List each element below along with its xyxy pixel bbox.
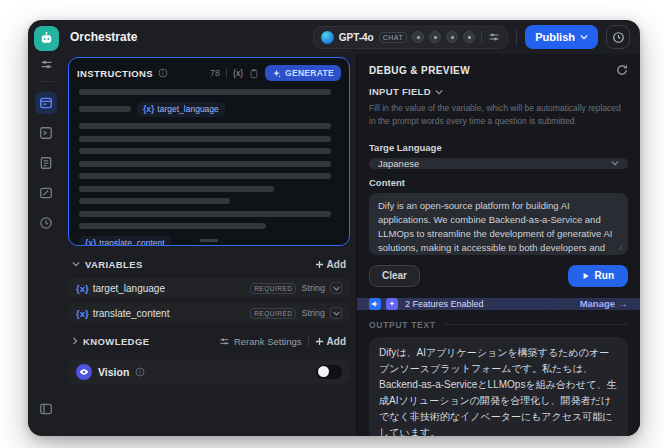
variable-name: target_language <box>157 104 218 114</box>
language-select-value: Japanese <box>378 158 419 169</box>
instructions-header: INSTRUCTIONS 78 {x} <box>69 58 349 86</box>
variable-chip-translate-content[interactable]: {x} translate_content <box>79 236 171 247</box>
redacted-line <box>79 106 131 112</box>
language-field-label: Targe Language <box>369 142 628 153</box>
model-selector[interactable]: GPT-4o CHAT <box>313 26 509 49</box>
knowledge-title: KNOWLEDGE <box>83 336 149 347</box>
content-textarea[interactable]: Dify is an open-source platform for buil… <box>369 193 628 255</box>
version-history-button[interactable] <box>606 25 630 49</box>
variable-row-target-language[interactable]: {x} target_language REQUIRED String <box>68 278 350 298</box>
sparkle-icon <box>272 69 281 78</box>
top-bar: Orchestrate GPT-4o CHAT Publish <box>64 20 640 54</box>
add-label: Add <box>327 259 346 270</box>
redacted-line <box>79 223 266 229</box>
chevron-down-icon <box>580 34 588 40</box>
required-badge: REQUIRED <box>250 283 296 294</box>
input-field-description: Fill in the value of the variable, which… <box>369 102 628 128</box>
model-parameters-tune-icon[interactable] <box>488 31 500 43</box>
plus-icon <box>315 337 324 346</box>
variable-type-dropdown-icon[interactable] <box>330 282 342 294</box>
insert-variable-button[interactable]: {x} <box>233 68 243 78</box>
generate-button[interactable]: GENERATE <box>265 65 341 81</box>
variable-token: {x} <box>76 308 89 319</box>
info-icon[interactable] <box>135 367 145 377</box>
manage-label: Manage <box>580 298 615 309</box>
variable-row-translate-content[interactable]: {x} translate_content REQUIRED String <box>68 303 350 323</box>
variables-section-header: VARIABLES Add <box>68 255 350 273</box>
content-field-label: Content <box>369 177 628 188</box>
vision-label: Vision <box>98 366 129 378</box>
model-capability-icon-4 <box>463 31 475 43</box>
rail-divider <box>38 81 54 82</box>
output-title: OUTPUT TEXT <box>369 320 436 330</box>
rail-collapse-sidebar-icon[interactable] <box>35 398 57 420</box>
model-provider-icon <box>321 31 334 44</box>
variables-title: VARIABLES <box>85 259 143 270</box>
knowledge-section-header: KNOWLEDGE Rerank Settings Add <box>68 332 350 350</box>
rerank-label: Rerank Settings <box>234 336 302 347</box>
refresh-icon[interactable] <box>616 64 628 76</box>
rerank-settings-button[interactable]: Rerank Settings <box>219 336 302 347</box>
redacted-line <box>79 211 331 217</box>
add-label: Add <box>327 336 346 347</box>
variable-type: String <box>301 308 325 318</box>
eye-icon <box>76 364 92 380</box>
add-knowledge-button[interactable]: Add <box>315 336 346 347</box>
instructions-title: INSTRUCTIONS <box>77 68 153 79</box>
app-window: Orchestrate GPT-4o CHAT Publish <box>28 20 640 436</box>
debug-header: DEBUG & PREVIEW <box>369 64 628 76</box>
redacted-line <box>79 148 331 154</box>
chevron-down-icon <box>72 261 80 267</box>
orchestrate-panel: INSTRUCTIONS 78 {x} <box>64 54 356 436</box>
sidebar-rail <box>28 20 64 436</box>
manage-features-button[interactable]: Manage → <box>580 298 628 309</box>
rail-history-clock-icon[interactable] <box>35 212 57 234</box>
rail-orchestrate-icon[interactable] <box>35 92 57 114</box>
toggle-knob <box>318 366 329 377</box>
run-label: Run <box>595 270 614 281</box>
debug-title: DEBUG & PREVIEW <box>369 65 470 76</box>
rail-logs-document-icon[interactable] <box>35 152 57 174</box>
redacted-line <box>79 198 230 204</box>
run-button[interactable]: Run <box>568 265 628 287</box>
input-field-section[interactable]: INPUT FIELD <box>369 86 628 97</box>
features-enabled-text: 2 Features Enabled <box>405 299 484 309</box>
info-icon[interactable] <box>158 68 168 78</box>
rail-tune-icon[interactable] <box>40 58 53 71</box>
model-capability-icon-3 <box>446 31 458 43</box>
instructions-editor[interactable]: INSTRUCTIONS 78 {x} <box>68 57 350 246</box>
variable-token: {x} <box>85 238 96 246</box>
textarea-resize-handle[interactable] <box>617 244 624 251</box>
tune-icon <box>219 336 230 347</box>
character-count: 78 <box>210 68 220 78</box>
chevron-down-icon <box>611 160 619 166</box>
variable-type-dropdown-icon[interactable] <box>330 307 342 319</box>
feature-suggest-icon <box>386 298 398 310</box>
redacted-line <box>79 89 331 95</box>
redacted-line <box>79 186 274 192</box>
rail-preview-terminal-icon[interactable] <box>35 122 57 144</box>
debug-preview-panel: DEBUG & PREVIEW INPUT FIELD Fill in the … <box>356 54 640 436</box>
copy-icon[interactable] <box>249 68 259 79</box>
arrow-right-icon: → <box>618 298 628 309</box>
vision-toggle[interactable] <box>316 365 342 379</box>
variable-name: target_language <box>93 283 165 294</box>
plus-icon <box>315 260 324 269</box>
redacted-prompt-text: {x} target_language <box>69 86 349 246</box>
output-divider <box>444 324 628 325</box>
topbar-divider <box>516 30 517 45</box>
rail-annotation-icon[interactable] <box>35 182 57 204</box>
language-select[interactable]: Japanese <box>369 158 628 169</box>
add-variable-button[interactable]: Add <box>315 259 346 270</box>
publish-button[interactable]: Publish <box>525 25 598 49</box>
header-divider <box>308 336 309 346</box>
variable-type: String <box>301 283 325 293</box>
redacted-line <box>79 161 331 167</box>
editor-resize-handle[interactable] <box>200 239 218 242</box>
app-logo-robot-icon[interactable] <box>34 26 59 51</box>
vision-feature-row: Vision <box>68 359 350 384</box>
header-divider <box>226 68 227 78</box>
variable-chip-target-language[interactable]: {x} target_language <box>137 102 225 117</box>
required-badge: REQUIRED <box>250 308 296 319</box>
clear-button[interactable]: Clear <box>369 265 420 287</box>
